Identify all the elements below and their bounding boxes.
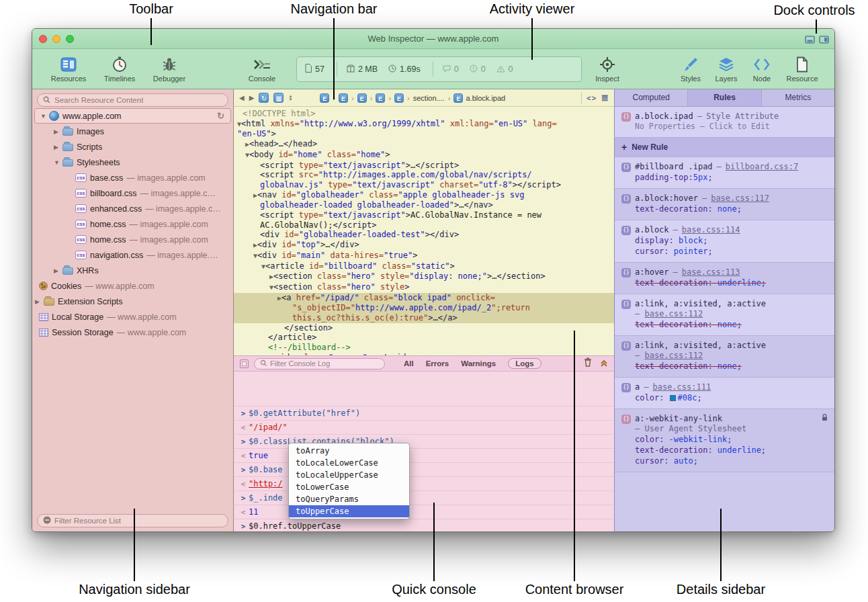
style-attribute-section[interactable]: {}a.block.ipad — Style AttributeNo Prope… bbox=[615, 107, 834, 138]
css-property[interactable]: text-decoration: underline; bbox=[635, 277, 828, 288]
dom-node-line[interactable]: </section> bbox=[234, 323, 614, 333]
sidebar-item-home-css[interactable]: csshome.css— images.apple.com bbox=[32, 232, 233, 247]
disclosure-triangle-icon[interactable]: ▼ bbox=[54, 159, 62, 166]
breadcrumb-current[interactable]: Ea.block.ipad bbox=[453, 93, 505, 103]
search-resource-input[interactable]: Search Resource Content bbox=[37, 93, 228, 107]
stepper-control[interactable]: ▲▼ bbox=[288, 95, 292, 101]
console-scope-all[interactable]: All bbox=[404, 359, 414, 368]
dom-node-line[interactable]: </article> bbox=[234, 333, 614, 343]
dom-node-line[interactable]: "en-US"> bbox=[234, 129, 614, 139]
css-property[interactable]: padding-top:5px; bbox=[635, 172, 828, 183]
css-property[interactable]: cursor: auto; bbox=[635, 456, 828, 466]
sidebar-item-scripts[interactable]: ▶Scripts bbox=[32, 139, 233, 155]
trash-icon[interactable] bbox=[584, 357, 592, 370]
close-button[interactable] bbox=[39, 35, 47, 43]
breadcrumb-item[interactable]: E bbox=[320, 93, 329, 103]
timelines-button[interactable]: Timelines bbox=[98, 52, 141, 87]
rule-source-link[interactable]: base.css:112 bbox=[644, 351, 703, 360]
sidebar-item-stylesheets[interactable]: ▼Stylesheets bbox=[32, 155, 233, 170]
css-rule[interactable]: {}a — base.css:111color: #08c; bbox=[615, 378, 834, 409]
disclosure-triangle-icon[interactable]: ▶ bbox=[54, 128, 62, 135]
reload-icon[interactable]: ↻ bbox=[217, 111, 224, 121]
minimize-button[interactable] bbox=[52, 35, 60, 43]
dom-node-line[interactable]: ▶<nav id="globalheader" class="apple glo… bbox=[234, 190, 614, 201]
console-panel-icon[interactable] bbox=[240, 359, 249, 368]
sidebar-item-www-apple-com[interactable]: ▼www.apple.com↻ bbox=[34, 108, 231, 124]
styles-button[interactable]: Styles bbox=[673, 52, 708, 87]
text-wrap-icon[interactable]: ≣ bbox=[601, 93, 609, 103]
dom-node-line[interactable]: ▼<article id="billboard" class="static"> bbox=[234, 261, 614, 272]
inspect-button[interactable]: Inspect bbox=[586, 52, 629, 87]
sidebar-item-images[interactable]: ▶Images bbox=[32, 124, 233, 139]
zoom-button[interactable] bbox=[66, 35, 74, 43]
css-property[interactable]: text-decoration: none; bbox=[635, 204, 828, 214]
css-property[interactable]: text-decoration: underline; bbox=[635, 445, 828, 456]
dom-node-line[interactable]: ▼<body id="home" class="home"> bbox=[234, 150, 614, 161]
dom-node-line[interactable]: ▶<head>…</head> bbox=[234, 139, 614, 150]
rule-source-link[interactable]: base.css:117 bbox=[711, 194, 769, 204]
console-button[interactable]: Console bbox=[241, 52, 284, 87]
filter-resource-input[interactable]: Filter Resource List bbox=[37, 514, 228, 527]
dom-node-line[interactable]: globalheader-loaded globalheader-loaded"… bbox=[234, 200, 614, 210]
rule-source-link[interactable]: base.css:114 bbox=[682, 225, 740, 235]
disclosure-triangle-icon[interactable]: ▶ bbox=[54, 144, 62, 150]
sidebar-item-enhanced-css[interactable]: cssenhanced.css— images.apple.c… bbox=[32, 201, 233, 216]
autocomplete-popup[interactable]: toArraytoLocaleLowerCasetoLocaleUpperCas… bbox=[288, 443, 410, 519]
breadcrumb-item[interactable]: E bbox=[394, 93, 404, 103]
color-swatch[interactable] bbox=[670, 395, 676, 401]
new-rule-button[interactable]: +New Rule bbox=[615, 138, 834, 157]
rule-source-link[interactable]: billboard.css:7 bbox=[726, 162, 798, 172]
sidebar-item-home-css[interactable]: csshome.css— images.apple.com bbox=[32, 216, 233, 232]
css-property[interactable]: text-decoration: none; bbox=[635, 361, 828, 372]
css-property[interactable]: color: #08c; bbox=[635, 392, 828, 403]
sidebar-item-navigation-css[interactable]: cssnavigation.css— images.apple.… bbox=[32, 247, 233, 263]
rule-source-link[interactable]: base.css:113 bbox=[682, 267, 740, 277]
rule-source-link[interactable]: base.css:112 bbox=[644, 309, 703, 318]
disclosure-triangle-icon[interactable]: ▶ bbox=[54, 267, 62, 274]
autocomplete-item[interactable]: toArray bbox=[289, 445, 409, 457]
autocomplete-item[interactable]: toLocaleLowerCase bbox=[289, 457, 409, 469]
forward-button[interactable]: ▶ bbox=[249, 94, 255, 101]
dom-node-line[interactable]: ▶<a href="/ipad/" class="block ipad" onc… bbox=[234, 293, 614, 304]
tab-rules[interactable]: Rules bbox=[688, 89, 761, 106]
css-rule[interactable]: {}a:link, a:visited, a:active— base.css:… bbox=[615, 336, 834, 378]
console-scope-errors[interactable]: Errors bbox=[426, 359, 449, 368]
grid-view-icon[interactable]: ▦ bbox=[273, 93, 284, 103]
sidebar-item-extension-scripts[interactable]: ▶Extension Scripts bbox=[32, 294, 233, 309]
dom-node-line[interactable]: <!--/billboard--> bbox=[234, 343, 614, 353]
tab-metrics[interactable]: Metrics bbox=[762, 89, 834, 106]
css-rule[interactable]: {}#billboard .ipad — billboard.css:7padd… bbox=[615, 157, 834, 189]
layers-button[interactable]: Layers bbox=[709, 52, 744, 87]
rule-source-link[interactable]: base.css:111 bbox=[652, 382, 711, 392]
node-button[interactable]: Node bbox=[744, 52, 779, 87]
autocomplete-item[interactable]: toUpperCase bbox=[289, 505, 409, 517]
dom-node-line[interactable]: ▼<html xmlns="http://www.w3.org/1999/xht… bbox=[234, 119, 614, 130]
dom-node-line[interactable]: ▶<section class="hero" style="display: n… bbox=[234, 271, 614, 282]
console-prompt[interactable]: >$0.href.toUpperCase bbox=[234, 519, 614, 532]
breadcrumb-item[interactable]: E bbox=[339, 93, 348, 103]
dom-node-line[interactable]: <script type="text/javascript">AC.Global… bbox=[234, 210, 614, 220]
sidebar-item-session-storage[interactable]: Session Storage— www.apple.com bbox=[32, 325, 233, 340]
collapse-console-icon[interactable] bbox=[600, 357, 608, 370]
autocomplete-item[interactable]: toLocaleUpperCase bbox=[289, 469, 409, 481]
dom-node-line[interactable]: ▼<div id="main" data-hires="true"> bbox=[234, 251, 614, 261]
autocomplete-item[interactable]: toLowerCase bbox=[289, 481, 409, 493]
css-property[interactable]: display: block; bbox=[635, 235, 828, 246]
disclosure-triangle-icon[interactable]: ▶ bbox=[35, 298, 44, 305]
console-scope-warnings[interactable]: Warnings bbox=[461, 359, 496, 368]
css-rule[interactable]: {}a.block — base.css:114display: block;c… bbox=[615, 220, 834, 263]
css-property[interactable]: color: -webkit-link; bbox=[635, 434, 828, 445]
dom-node-line[interactable]: <!DOCTYPE html> bbox=[234, 109, 614, 119]
dom-node-line[interactable]: "s_objectID="http://www.apple.com/ipad/_… bbox=[234, 303, 614, 313]
css-rule[interactable]: {}a:hover — base.css:113text-decoration:… bbox=[615, 263, 834, 294]
debugger-button[interactable]: Debugger bbox=[148, 52, 191, 87]
css-property[interactable]: text-decoration: none; bbox=[635, 319, 828, 330]
breadcrumb-item[interactable]: section.... bbox=[413, 94, 445, 102]
back-button[interactable]: ◀ bbox=[239, 94, 245, 101]
dock-to-bottom-icon[interactable] bbox=[805, 34, 815, 46]
sidebar-item-xhrs[interactable]: ▶XHRs bbox=[32, 263, 233, 278]
sidebar-item-billboard-css[interactable]: cssbillboard.css— images.apple.c… bbox=[32, 185, 233, 201]
css-rule[interactable]: {}a:-webkit-any-link— User Agent Stylesh… bbox=[615, 409, 834, 472]
console-entry[interactable]: >$0.getAttribute("href") bbox=[234, 406, 614, 420]
rule-note[interactable]: No Properties — Click to Edit bbox=[635, 122, 828, 132]
